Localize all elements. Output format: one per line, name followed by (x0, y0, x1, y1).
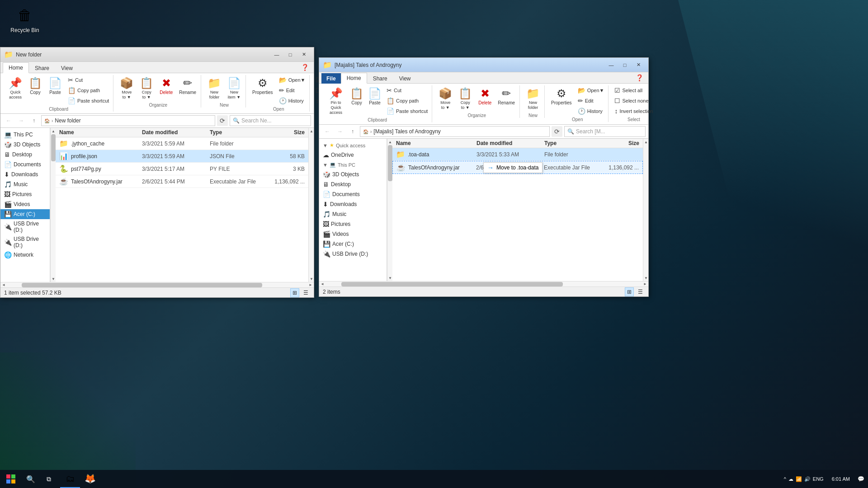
copy-btn-right[interactable]: 📋 Copy (348, 85, 365, 107)
taskbar-app-firefox[interactable]: 🦊 (80, 470, 100, 488)
tab-share-left[interactable]: Share (29, 63, 55, 73)
delete-btn-right[interactable]: ✖ Delete (476, 85, 494, 107)
properties-btn-left[interactable]: ⚙ Properties (250, 75, 276, 97)
copy-path-btn-right[interactable]: 📋 Copy path (384, 96, 430, 106)
pin-quick-btn-right[interactable]: 📌 Pin to Quickaccess (325, 85, 347, 117)
notification-center-btn[interactable]: 💬 (854, 470, 868, 488)
nav-scrollbar-right[interactable]: ▲ ▼ (387, 139, 392, 281)
nav-usb1-left[interactable]: 🔌 USB Drive (D:) (0, 219, 50, 235)
new-folder-btn-left[interactable]: 📁 Newfolder (205, 75, 224, 102)
col-date-header-left[interactable]: Date modified (142, 129, 210, 136)
copy-btn-left[interactable]: 📋 Copy (26, 75, 45, 97)
back-btn-right[interactable]: ← (322, 126, 333, 137)
nav-acer-left[interactable]: 💾 Acer (C:) (0, 209, 50, 219)
copy-to-btn-right[interactable]: 📋 Copyto ▼ (456, 85, 475, 112)
copy-to-btn-left[interactable]: 📋 Copyto ▼ (137, 75, 156, 102)
close-button-right[interactable]: ✕ (632, 60, 645, 70)
up-btn-left[interactable]: ↑ (28, 115, 39, 126)
scroll-right-right[interactable]: ► (642, 282, 648, 287)
taskbar-clock[interactable]: 6:01 AM (828, 476, 854, 482)
scroll-left-right[interactable]: ◄ (319, 282, 326, 287)
open-btn-left[interactable]: 📂 Open ▼ (277, 75, 308, 85)
scroll-down-file-left[interactable]: ▼ (309, 276, 314, 282)
paste-shortcut-btn-left[interactable]: 📄 Paste shortcut (66, 96, 111, 106)
col-name-header-left[interactable]: Name (59, 129, 142, 136)
volume-icon[interactable]: 🔊 (804, 476, 811, 482)
scroll-right-left[interactable]: ► (307, 282, 314, 288)
nav-scrollbar-left[interactable]: ▲ ▼ (50, 128, 56, 282)
tab-view-left[interactable]: View (55, 63, 79, 73)
nav-onedrive-right[interactable]: ☁ OneDrive (319, 150, 387, 160)
edit-btn-right[interactable]: ✏ Edit (576, 96, 607, 106)
select-none-btn-right[interactable]: ☐ Select none (612, 96, 655, 106)
move-to-btn-right[interactable]: 📦 Moveto ▼ (436, 85, 455, 112)
move-to-btn-left[interactable]: 📦 Moveto ▼ (117, 75, 136, 102)
taskbar-app-explorer[interactable]: 🗂 (60, 470, 80, 488)
file-row-left-3[interactable]: ☕ TalesOfAndrogyny.jar 2/6/2021 5:44 PM … (56, 175, 308, 188)
tab-share-right[interactable]: Share (367, 73, 393, 84)
search-box-right[interactable]: 🔍 Search [M... (564, 126, 646, 137)
network-icon[interactable]: 📶 (796, 476, 802, 482)
forward-btn-right[interactable]: → (335, 126, 345, 137)
list-view-right[interactable]: ☰ (636, 287, 645, 296)
this-pc-header[interactable]: ▼ 💻 This PC (319, 160, 387, 169)
recycle-bin-icon[interactable]: 🗑 Recycle Bin (7, 5, 43, 33)
taskbar-search-btn[interactable]: 🔍 (22, 470, 40, 488)
nav-network-left[interactable]: 🌐 Network (0, 250, 50, 260)
h-scrollbar-left[interactable]: ◄ ► (0, 282, 314, 287)
nav-usb2-left[interactable]: 🔌 USB Drive (D:) (0, 235, 50, 250)
nav-acer-right[interactable]: 💾 Acer (C:) (319, 239, 387, 249)
file-row-left-0[interactable]: 📁 .jython_cache 3/3/2021 5:59 AM File fo… (56, 137, 308, 150)
scroll-thumb-nav-right[interactable] (388, 145, 392, 181)
start-button[interactable] (0, 470, 22, 488)
up-btn-right[interactable]: ↑ (347, 126, 358, 137)
language-indicator[interactable]: ENG (813, 476, 824, 482)
refresh-btn-right[interactable]: ⟳ (552, 126, 562, 137)
delete-btn-left[interactable]: ✖ Delete (157, 75, 175, 97)
nav-downloads-left[interactable]: ⬇ Downloads (0, 169, 50, 179)
grid-view-right[interactable]: ⊞ (625, 287, 634, 296)
rename-btn-left[interactable]: ✏ Rename (176, 75, 199, 97)
quick-access-btn-left[interactable]: 📌 Quickaccess (6, 75, 25, 102)
search-box-left[interactable]: 🔍 Search Ne... (230, 115, 311, 126)
col-type-header-right[interactable]: Type (544, 140, 603, 146)
nav-documents-left[interactable]: 📄 Documents (0, 160, 50, 169)
close-button-left[interactable]: ✕ (297, 50, 310, 60)
tab-view-right[interactable]: View (393, 73, 417, 84)
col-type-header-left[interactable]: Type (210, 129, 269, 136)
minimize-button-left[interactable]: — (270, 50, 283, 60)
new-folder-btn-right[interactable]: 📁 Newfolder (524, 85, 542, 112)
taskbar-task-view-btn[interactable]: ⧉ (40, 470, 58, 488)
system-tray-caret[interactable]: ^ (784, 476, 786, 482)
nav-music-right[interactable]: 🎵 Music (319, 209, 387, 219)
nav-3d-left[interactable]: 🎲 3D Objects (0, 140, 50, 150)
col-size-header-right[interactable]: Size (603, 140, 639, 146)
file-row-left-2[interactable]: 🐍 pst774Pg.py 3/3/2021 5:17 AM PY FILE 3… (56, 163, 308, 175)
nav-music-left[interactable]: 🎵 Music (0, 179, 50, 189)
file-scrollbar-right[interactable]: ▲ ▼ (643, 139, 648, 281)
grid-view-left[interactable]: ⊞ (290, 288, 299, 297)
address-breadcrumb-right[interactable]: 🏠 › [Majalis] Tales of Androgyny (360, 126, 550, 137)
nav-documents-right[interactable]: 📄 Documents (319, 189, 387, 199)
nav-videos-right[interactable]: 🎬 Videos (319, 229, 387, 239)
cut-btn-right[interactable]: ✂ Cut (384, 85, 430, 95)
scroll-down-file-right[interactable]: ▼ (643, 275, 648, 281)
minimize-button-right[interactable]: — (605, 60, 618, 70)
h-scrollbar-right[interactable]: ◄ ► (319, 281, 648, 286)
col-date-header-right[interactable]: Date modified (476, 140, 544, 146)
nav-desktop-left[interactable]: 🖥 Desktop (0, 150, 50, 160)
history-btn-right[interactable]: 🕐 History (576, 106, 607, 116)
h-scroll-thumb-left[interactable] (22, 283, 262, 287)
scroll-left-left[interactable]: ◄ (0, 282, 7, 288)
tab-home-left[interactable]: Home (3, 62, 29, 73)
select-all-btn-right[interactable]: ☑ Select all (612, 85, 655, 95)
col-size-header-left[interactable]: Size (269, 129, 305, 136)
paste-btn-left[interactable]: 📄 Paste (46, 75, 65, 97)
nav-downloads-right[interactable]: ⬇ Downloads (319, 199, 387, 209)
invert-selection-btn-right[interactable]: ↕ Invert selection (612, 106, 655, 116)
nav-desktop-right[interactable]: 🖥 Desktop (319, 179, 387, 189)
edit-btn-left[interactable]: ✏ Edit (277, 85, 308, 95)
open-btn-right[interactable]: 📂 Open ▼ (576, 85, 607, 95)
help-icon-right[interactable]: ❓ (633, 72, 646, 83)
onedrive-icon[interactable]: ☁ (788, 476, 793, 482)
